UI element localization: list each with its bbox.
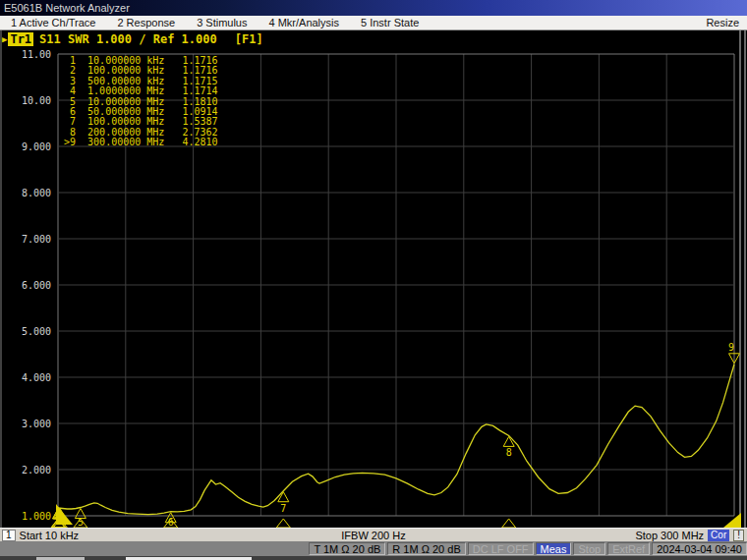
y-axis-label: 3.000 bbox=[0, 419, 51, 429]
y-axis-label: 6.000 bbox=[0, 280, 51, 291]
warning-badge: ! bbox=[733, 530, 744, 541]
menu-item-3-stimulus[interactable]: 3 Stimulus bbox=[186, 17, 258, 28]
r-port-attenuation: R 1M Ω 20 dB bbox=[387, 542, 465, 555]
status-bar: T 1M Ω 20 dB R 1M Ω 20 dB DC LF OFF Meas… bbox=[0, 541, 747, 556]
extref-status: ExtRef bbox=[607, 542, 650, 555]
y-axis-label: 4.000 bbox=[0, 372, 51, 383]
trace-measurement-label: S11 SWR 1.000 / Ref 1.000 bbox=[39, 32, 217, 46]
y-axis-label: 9.000 bbox=[0, 141, 51, 152]
correction-badge: Cor bbox=[708, 530, 729, 541]
svg-text:9: 9 bbox=[728, 342, 734, 353]
y-axis-label: 5.000 bbox=[0, 326, 51, 337]
datetime-display: 2024-03-04 09:40 bbox=[652, 542, 747, 555]
y-axis-label: 2.000 bbox=[0, 465, 51, 476]
channel-format-label: [F1] bbox=[235, 32, 263, 46]
menu-bar: 1 Active Ch/Trace2 Response3 Stimulus4 M… bbox=[0, 16, 747, 30]
stop-frequency-label: Stop 300 MHz bbox=[635, 530, 704, 541]
svg-text:7: 7 bbox=[280, 503, 286, 514]
menu-items: 1 Active Ch/Trace2 Response3 Stimulus4 M… bbox=[0, 17, 430, 28]
taskbar-peek bbox=[0, 556, 747, 560]
status-spacer bbox=[0, 541, 307, 556]
menu-item-5-instr-state[interactable]: 5 Instr State bbox=[350, 17, 430, 28]
menu-item-1-active-ch-trace[interactable]: 1 Active Ch/Trace bbox=[0, 17, 106, 28]
marker-table: 1 10.000000 kHz 1.1716 2 100.00000 kHz 1… bbox=[64, 56, 218, 148]
trace1-badge[interactable]: Tr1 bbox=[8, 32, 33, 46]
menu-item-2-response[interactable]: 2 Response bbox=[106, 17, 186, 28]
trace-header: ▶ Tr1 S11 SWR 1.000 / Ref 1.000 [F1] bbox=[2, 32, 263, 46]
marker-table-row: >9 300.00000 MHz 4.2810 bbox=[64, 138, 218, 147]
dc-bias-status: DC LF OFF bbox=[468, 542, 534, 555]
analyzer-window: E5061B Network Analyzer 1 Active Ch/Trac… bbox=[0, 0, 747, 560]
y-axis-label: 1.000 bbox=[0, 511, 51, 522]
menu-item-4-mkr-analysis[interactable]: 4 Mkr/Analysis bbox=[258, 17, 350, 28]
stimulus-bar: 1 Start 10 kHz IFBW 200 Hz Stop 300 MHz … bbox=[0, 528, 747, 541]
y-axis-label: 10.00 bbox=[0, 95, 51, 106]
y-axis-label: 8.000 bbox=[0, 188, 51, 198]
t-port-attenuation: T 1M Ω 20 dB bbox=[309, 542, 385, 555]
instrument-screen: 56789 ▶ Tr1 S11 SWR 1.000 / Ref 1.000 [F… bbox=[0, 30, 747, 528]
svg-text:8: 8 bbox=[506, 447, 512, 458]
resize-button[interactable]: Resize bbox=[706, 17, 747, 28]
y-axis-label: 11.00 bbox=[0, 49, 51, 60]
y-axis-label: 7.000 bbox=[0, 234, 51, 245]
active-trace-arrow-icon: ▶ bbox=[2, 34, 7, 44]
sweep-stop-status: Stop bbox=[573, 542, 605, 555]
window-title-bar: E5061B Network Analyzer bbox=[0, 0, 747, 16]
measuring-status: Meas bbox=[536, 542, 572, 555]
window-title: E5061B Network Analyzer bbox=[0, 2, 130, 14]
